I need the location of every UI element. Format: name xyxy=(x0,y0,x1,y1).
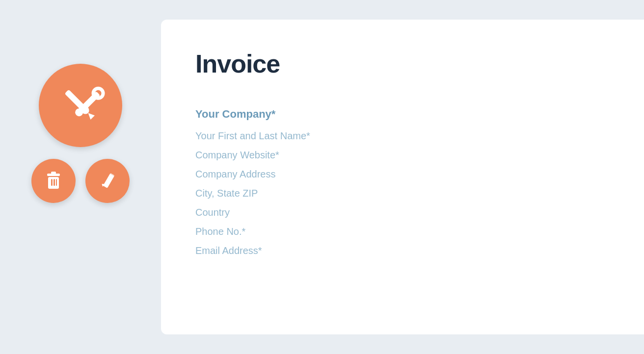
tools-icon-button[interactable] xyxy=(39,64,122,147)
svg-rect-7 xyxy=(51,172,56,174)
field-country: Country xyxy=(195,203,610,222)
main-content: Invoice Your Company* Your First and Las… xyxy=(161,20,644,334)
invoice-title: Invoice xyxy=(195,49,610,78)
pencil-icon xyxy=(96,170,119,192)
field-email: Email Address* xyxy=(195,241,610,260)
svg-rect-9 xyxy=(51,179,53,186)
company-section: Your Company* Your First and Last Name* … xyxy=(195,108,610,260)
company-heading: Your Company* xyxy=(195,108,610,121)
svg-rect-10 xyxy=(54,179,55,186)
small-icons-row xyxy=(31,159,130,203)
tools-icon xyxy=(56,81,105,130)
field-city-state-zip: City, State ZIP xyxy=(195,184,610,203)
trash-icon-button[interactable] xyxy=(31,159,76,203)
field-address: Company Address xyxy=(195,165,610,184)
trash-icon xyxy=(42,170,65,192)
field-phone: Phone No.* xyxy=(195,222,610,241)
pencil-icon-button[interactable] xyxy=(85,159,130,203)
field-website: Company Website* xyxy=(195,146,610,165)
svg-rect-11 xyxy=(56,179,57,186)
field-name: Your First and Last Name* xyxy=(195,126,610,146)
sidebar xyxy=(0,0,161,354)
